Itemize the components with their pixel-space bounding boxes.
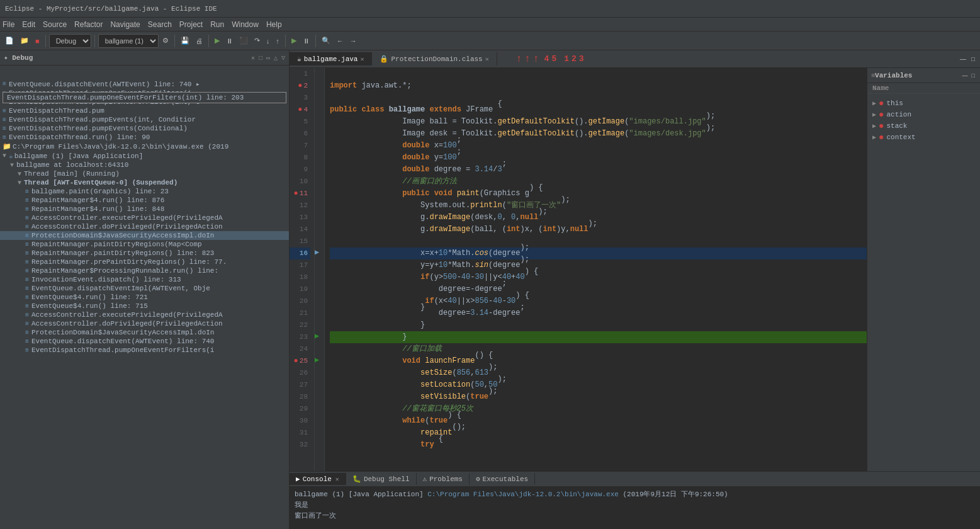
- menu-search[interactable]: Search: [148, 20, 172, 29]
- tree-item-ac-do2[interactable]: ≡ AccessController.doPrivileged(Privileg…: [0, 319, 289, 328]
- tab-problems[interactable]: ⚠ Problems: [417, 473, 470, 485]
- var-item-context[interactable]: ▶ ● context: [867, 132, 980, 143]
- tree-item-main-thread[interactable]: ▼ Thread [main] (Running): [0, 169, 289, 178]
- var-expand-stack: ▶: [872, 122, 876, 130]
- settings-button[interactable]: ⚙: [160, 35, 171, 46]
- menu-refactor[interactable]: Refactor: [74, 20, 103, 29]
- tree-item-edt4[interactable]: ≡ EventDispatchThread.pumpEvents(int, Co…: [0, 115, 289, 124]
- tree-item-awt-thread[interactable]: ▼ Thread [AWT-EventQueue-0] (Suspended): [0, 178, 289, 187]
- tree-item-rm4-876[interactable]: ≡ RepaintManager$4.run() line: 876: [0, 196, 289, 205]
- tree-item-label-7: EventDispatchThread.run() line: 90: [9, 134, 150, 141]
- run-button[interactable]: ▶: [212, 35, 222, 46]
- tree-item-rm-paint[interactable]: ≡ RepaintManager.paintDirtyRegions(Map<C…: [0, 240, 289, 249]
- tree-item-ac2[interactable]: ≡ AccessController.executePrivileged(Pri…: [0, 310, 289, 319]
- debug-dropdown[interactable]: Debug: [49, 34, 91, 48]
- tree-item-ie[interactable]: ≡ InvocationEvent.dispatch() line: 313: [0, 275, 289, 284]
- tab-protection[interactable]: 🔒 ProtectionDomain.class ✕: [372, 52, 497, 65]
- var-panel-controls: — □: [961, 72, 976, 79]
- ln-4[interactable]: 4: [290, 104, 310, 116]
- menu-window[interactable]: Window: [232, 20, 259, 29]
- separator-3: [174, 35, 175, 47]
- tab-console[interactable]: ▶ Console ✕: [290, 473, 346, 485]
- tab-protection-close[interactable]: ✕: [485, 55, 489, 63]
- console-text-3: 窗口画了一次: [295, 512, 336, 520]
- tree-item-rm4-848[interactable]: ≡ RepaintManager$4.run() line: 848: [0, 205, 289, 213]
- stack-icon-rm4-876: ≡: [25, 197, 29, 204]
- tree-item-eq1[interactable]: ≡ EventQueue.dispatchEvent(AWTEvent) lin…: [0, 79, 289, 89]
- stack-icon-rm-paint2: ≡: [25, 250, 29, 257]
- tree-item-eq4-721[interactable]: ≡ EventQueue$4.run() line: 721: [0, 293, 289, 302]
- tree-item-localhost[interactable]: ▼ ballgame at localhost:64310: [0, 161, 289, 169]
- tree-item-pd-selected[interactable]: ≡ ProtectionDomain$JavaSecurityAccessImp…: [0, 231, 289, 240]
- maximize-editor[interactable]: □: [969, 54, 977, 64]
- tab-executables[interactable]: ⚙ Executables: [470, 473, 535, 485]
- tree-item-ac-do[interactable]: ≡ AccessController.doPrivileged(Privileg…: [0, 222, 289, 231]
- tree-item-edt3[interactable]: ≡ EventDispatchThread.pum: [0, 106, 289, 115]
- debug-run-button[interactable]: ▶: [289, 35, 299, 46]
- titlebar-text: Eclipse - MyProject/src/ballgame.java - …: [5, 5, 217, 13]
- menu-source[interactable]: Source: [43, 20, 67, 29]
- tree-item-rm-proc[interactable]: ≡ RepaintManager$ProcessingRunnable.run(…: [0, 266, 289, 275]
- code-line-24: //窗口加载: [330, 343, 867, 355]
- menu-help[interactable]: Help: [266, 20, 282, 29]
- tab-ballgame-close[interactable]: ✕: [360, 55, 364, 63]
- tree-item-rm-pre[interactable]: ≡ RepaintManager.prePaintDirtyRegions() …: [0, 258, 289, 266]
- pause-button[interactable]: ⏸: [223, 36, 235, 46]
- search-button[interactable]: 🔍: [319, 35, 333, 46]
- new-button[interactable]: 📄: [3, 35, 16, 46]
- print-button[interactable]: 🖨: [193, 36, 205, 46]
- tree-item-path[interactable]: 📁 C:\Program Files\Java\jdk-12.0.2\bin\j…: [0, 142, 289, 151]
- tree-item-eq4-715[interactable]: ≡ EventQueue$4.run() line: 715: [0, 302, 289, 310]
- tree-item-edt5[interactable]: ≡ EventDispatchThread.pumpEvents(Conditi…: [0, 124, 289, 133]
- console-close[interactable]: ✕: [335, 475, 339, 483]
- step-over-button[interactable]: ↷: [252, 35, 262, 46]
- back-button[interactable]: ←: [334, 36, 346, 46]
- menu-run[interactable]: Run: [210, 20, 224, 29]
- tree-item-edt-pump[interactable]: ≡ EventDispatchThread.pumpOneEventForFil…: [0, 346, 289, 355]
- debug-pause2-button[interactable]: ⏸: [300, 36, 312, 46]
- tree-item-app[interactable]: ▼ ☕ ballgame (1) [Java Application]: [0, 151, 289, 161]
- tree-item-rm-paint2[interactable]: ≡ RepaintManager.paintDirtyRegions() lin…: [0, 249, 289, 258]
- open-button[interactable]: 📁: [18, 35, 31, 46]
- debug-tree[interactable]: ≡ EventQueue.dispatchEvent(AWTEvent) lin…: [0, 79, 289, 529]
- code-content[interactable]: import java.awt.*; public class ballgame…: [325, 68, 867, 471]
- tree-item-edt6[interactable]: ≡ EventDispatchThread.run() line: 90: [0, 133, 289, 142]
- save-button[interactable]: 💾: [178, 35, 192, 46]
- stack-icon-pd: ≡: [25, 232, 29, 239]
- tree-item-ac-exec[interactable]: ≡ AccessController.executePrivileged(Pri…: [0, 213, 289, 222]
- forward-button[interactable]: →: [347, 36, 359, 46]
- var-item-stack[interactable]: ▶ ● stack: [867, 120, 980, 132]
- ln-25[interactable]: 25: [290, 355, 310, 367]
- menu-file[interactable]: File: [3, 20, 14, 29]
- tree-item-eq-impl[interactable]: ≡ EventQueue.dispatchEventImpl(AWTEvent,…: [0, 284, 289, 293]
- separator-4: [208, 35, 209, 47]
- ln-27: 27: [290, 379, 310, 391]
- stop-button[interactable]: ■: [33, 36, 42, 46]
- var-name-context: context: [886, 134, 915, 141]
- tab-ballgame[interactable]: ☕ ballgame.java ✕: [290, 52, 372, 65]
- tree-pd-label: ProtectionDomain$JavaSecurityAccessImpl.…: [31, 232, 214, 239]
- var-minimize[interactable]: —: [961, 72, 969, 79]
- tree-item-paint[interactable]: ≡ ballgame.paint(Graphics) line: 23: [0, 187, 289, 196]
- var-item-this[interactable]: ▶ ● this: [867, 98, 980, 109]
- step-into-button[interactable]: ↓: [264, 36, 273, 46]
- ln-2[interactable]: 2: [290, 80, 310, 92]
- ln-11[interactable]: 11: [290, 188, 310, 200]
- minimize-editor[interactable]: —: [957, 54, 969, 64]
- var-item-action[interactable]: ▶ ● action: [867, 109, 980, 120]
- menu-edit[interactable]: Edit: [22, 20, 35, 29]
- tree-item-pd2[interactable]: ≡ ProtectionDomain$JavaSecurityAccessImp…: [0, 328, 289, 337]
- tab-dropdown[interactable]: ballgame (1): [98, 34, 159, 48]
- var-tree: ▶ ● this ▶ ● action ▶ ● stack: [867, 95, 980, 471]
- tree-item-eq2[interactable]: ≡ EventQueue.dispatchEvent(AWTEvent) lin…: [0, 337, 289, 346]
- var-dot-stack: ●: [879, 122, 884, 130]
- step-out-button[interactable]: ↑: [273, 36, 282, 46]
- ln-15: 15: [290, 236, 310, 247]
- var-maximize[interactable]: □: [971, 72, 976, 79]
- tab-debug-shell[interactable]: 🐛 Debug Shell: [346, 473, 417, 485]
- console-icon: ▶: [296, 475, 300, 483]
- terminate-button[interactable]: ⬛: [237, 35, 251, 46]
- separator-1: [45, 35, 46, 47]
- menu-project[interactable]: Project: [179, 20, 203, 29]
- menu-navigate[interactable]: Navigate: [110, 20, 140, 29]
